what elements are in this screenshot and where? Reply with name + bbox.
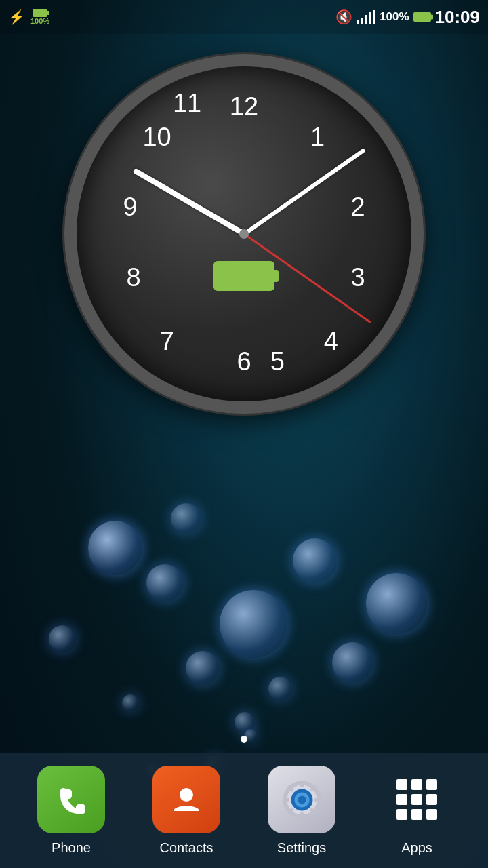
clock-num-3: 3 bbox=[350, 263, 365, 292]
apps-dot-3 bbox=[426, 779, 437, 790]
apps-grid bbox=[393, 776, 441, 823]
svg-rect-3 bbox=[300, 781, 304, 787]
clock-minute-hand bbox=[243, 148, 365, 236]
clock-num-4: 4 bbox=[324, 327, 338, 356]
page-indicator bbox=[241, 736, 247, 743]
apps-dot-2 bbox=[411, 779, 422, 790]
battery-status-icon bbox=[413, 12, 431, 22]
phone-icon[interactable] bbox=[37, 766, 105, 833]
svg-rect-5 bbox=[314, 798, 321, 802]
clock-num-11: 11 bbox=[173, 89, 201, 118]
clock-num-8: 8 bbox=[126, 263, 140, 292]
apps-dot-9 bbox=[426, 809, 437, 820]
apps-dot-7 bbox=[396, 809, 407, 820]
clock-battery-indicator bbox=[214, 261, 274, 291]
settings-icon-bg[interactable] bbox=[268, 766, 336, 833]
battery-small-icon: 100% bbox=[30, 9, 49, 25]
clock-center-dot bbox=[239, 229, 249, 239]
clock-hour-hand bbox=[132, 168, 245, 237]
contacts-icon[interactable] bbox=[152, 766, 220, 833]
usb-icon: ⚡ bbox=[8, 9, 25, 25]
clock-num-2: 2 bbox=[350, 193, 365, 222]
svg-rect-9 bbox=[283, 798, 289, 802]
apps-dot-5 bbox=[411, 794, 422, 805]
apps-dot-8 bbox=[411, 809, 422, 820]
svg-point-0 bbox=[180, 788, 193, 802]
clock-num-9: 9 bbox=[123, 193, 137, 222]
apps-dot-1 bbox=[396, 779, 407, 790]
dock-item-apps[interactable]: Apps bbox=[359, 766, 474, 856]
status-left: ⚡ 100% bbox=[8, 9, 49, 25]
contacts-label: Contacts bbox=[160, 840, 214, 856]
clock-num-5: 5 bbox=[270, 347, 285, 376]
dock-item-settings[interactable]: Settings bbox=[244, 766, 359, 856]
phone-label: Phone bbox=[52, 840, 91, 856]
apps-icon[interactable] bbox=[383, 766, 451, 833]
apps-dot-6 bbox=[426, 794, 437, 805]
mute-icon: 🔇 bbox=[336, 9, 352, 25]
clock-num-1: 1 bbox=[310, 122, 325, 151]
dock-item-contacts[interactable]: Contacts bbox=[129, 766, 244, 856]
dock: Phone Contacts bbox=[0, 753, 488, 868]
settings-label: Settings bbox=[277, 840, 326, 856]
signal-bars bbox=[357, 10, 375, 24]
clock-num-12: 12 bbox=[230, 92, 258, 121]
svg-rect-7 bbox=[300, 812, 304, 819]
clock-num-7: 7 bbox=[160, 327, 174, 356]
clock-widget: 12 1 2 3 4 5 6 7 8 9 10 11 bbox=[64, 54, 424, 414]
contacts-svg bbox=[167, 780, 206, 819]
clock-face: 12 1 2 3 4 5 6 7 8 9 10 11 bbox=[64, 54, 424, 414]
dock-item-phone[interactable]: Phone bbox=[14, 766, 129, 856]
phone-svg bbox=[53, 781, 90, 818]
svg-point-13 bbox=[298, 795, 306, 804]
clock-num-10: 10 bbox=[142, 122, 171, 151]
settings-gear-svg bbox=[280, 778, 324, 822]
status-time: 10:09 bbox=[435, 7, 481, 28]
page-dot-1 bbox=[241, 736, 247, 743]
status-bar: ⚡ 100% 🔇 100% 10:09 bbox=[0, 0, 488, 34]
apps-dot-4 bbox=[396, 794, 407, 805]
status-right: 🔇 100% 10:09 bbox=[336, 7, 480, 28]
apps-label: Apps bbox=[401, 840, 432, 856]
battery-percent-status: 100% bbox=[380, 10, 409, 24]
clock-num-6: 6 bbox=[237, 347, 251, 376]
battery-percent-small: 100% bbox=[30, 17, 49, 25]
